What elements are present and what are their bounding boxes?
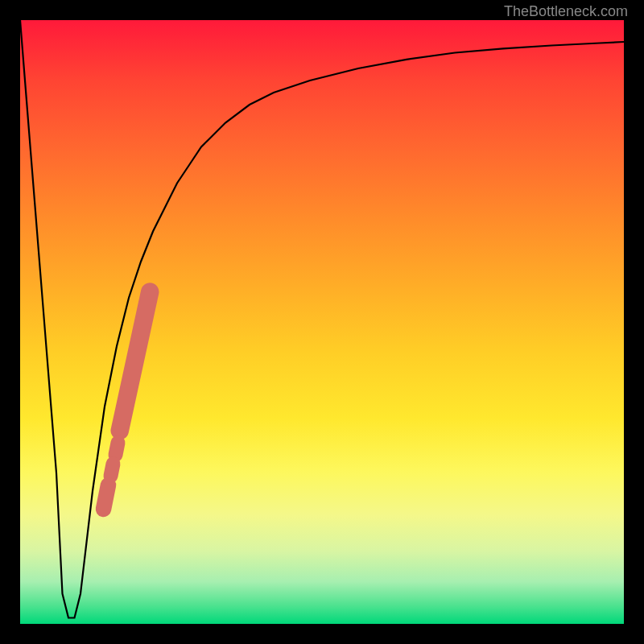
chart-plot-area (20, 20, 624, 624)
bottleneck-curve (20, 20, 624, 618)
highlight-segment (111, 464, 114, 476)
selected-range-markers (104, 292, 151, 510)
highlight-segment (104, 485, 109, 510)
chart-overlay (20, 20, 624, 624)
watermark-text: TheBottleneck.com (504, 3, 628, 20)
highlight-segment (116, 443, 118, 455)
